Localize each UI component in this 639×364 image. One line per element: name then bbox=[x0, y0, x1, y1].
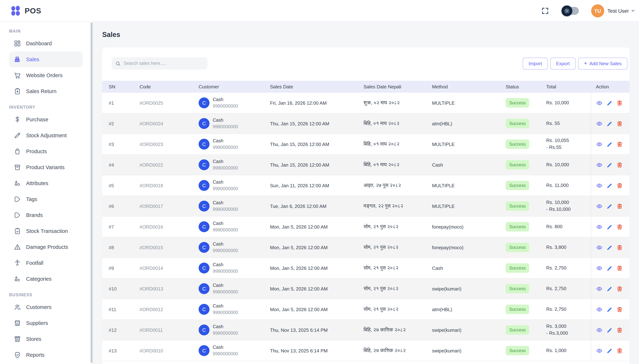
delete-button[interactable] bbox=[616, 244, 623, 250]
view-button[interactable] bbox=[596, 244, 602, 250]
view-button[interactable] bbox=[596, 306, 602, 312]
sidebar-item-reports[interactable]: Reports bbox=[0, 347, 93, 363]
cell-sn: #8 bbox=[102, 245, 134, 250]
table-row: #11#ORD0012CCash9990000000Mon, Jan 5, 20… bbox=[102, 299, 629, 320]
person-icon bbox=[14, 259, 21, 266]
sidebar-item-tags[interactable]: Tags bbox=[0, 191, 93, 207]
view-button[interactable] bbox=[596, 224, 602, 230]
customer-avatar: C bbox=[199, 118, 210, 129]
edit-button[interactable] bbox=[606, 306, 612, 312]
chevron-down-icon[interactable] bbox=[631, 8, 635, 13]
sidebar-item-label: Suppliers bbox=[26, 320, 48, 326]
sidebar-item-sales-return[interactable]: Sales Return bbox=[0, 83, 93, 99]
cell-code: #ORD0010 bbox=[134, 348, 196, 353]
cell-sales-date-nepali: बिहि, ०१ माघ २०८२ bbox=[362, 120, 429, 126]
theme-toggle[interactable] bbox=[563, 7, 579, 15]
user-name[interactable]: Test User bbox=[607, 8, 629, 14]
cell-sn: #7 bbox=[102, 224, 134, 230]
delete-button[interactable] bbox=[616, 327, 623, 333]
delete-button[interactable] bbox=[616, 100, 623, 106]
sidebar-item-stock-adjustment[interactable]: Stock Adjustment bbox=[0, 128, 93, 144]
cell-method: MULTIPLE bbox=[429, 100, 504, 106]
cell-sales-date: Mon, Jan 5, 2026 12:00 AM bbox=[268, 306, 362, 312]
table-row: #1#ORD0025CCash9990000000Fri, Jan 16, 20… bbox=[102, 93, 629, 113]
import-button[interactable]: Import bbox=[523, 58, 548, 69]
edit-button[interactable] bbox=[606, 286, 612, 292]
sidebar-item-product-variants[interactable]: Product Variants bbox=[0, 159, 93, 175]
sidebar-item-footfall[interactable]: Footfall bbox=[0, 255, 93, 271]
delete-button[interactable] bbox=[616, 306, 623, 312]
fullscreen-icon[interactable] bbox=[541, 7, 549, 15]
delete-button[interactable] bbox=[616, 286, 623, 292]
cell-sales-date: Thu, Jan 15, 2026 12:00 AM bbox=[268, 162, 362, 168]
cell-total: Rs. 2,750 bbox=[544, 285, 591, 292]
edit-button[interactable] bbox=[606, 100, 612, 106]
sidebar-item-website-orders[interactable]: Website Orders bbox=[0, 67, 93, 83]
view-button[interactable] bbox=[596, 162, 602, 168]
brand[interactable]: POS bbox=[0, 5, 41, 16]
view-button[interactable] bbox=[596, 286, 602, 292]
view-button[interactable] bbox=[596, 327, 602, 333]
edit-button[interactable] bbox=[606, 120, 612, 126]
view-button[interactable] bbox=[596, 348, 602, 354]
view-button[interactable] bbox=[596, 265, 602, 271]
total-line: Rs. 2,750 bbox=[546, 264, 591, 272]
cell-status: Success bbox=[504, 181, 544, 190]
delete-button[interactable] bbox=[616, 265, 623, 271]
cell-status: Success bbox=[504, 346, 544, 355]
avatar[interactable]: TU bbox=[591, 4, 604, 17]
delete-button[interactable] bbox=[616, 203, 623, 209]
edit-button[interactable] bbox=[606, 182, 612, 188]
edit-button[interactable] bbox=[606, 224, 612, 230]
search-icon bbox=[115, 61, 121, 66]
view-button[interactable] bbox=[596, 182, 602, 188]
sidebar-item-stores[interactable]: Stores bbox=[0, 331, 93, 347]
cash-register-icon bbox=[14, 56, 21, 63]
edit-button[interactable] bbox=[606, 203, 612, 209]
sidebar-item-categories[interactable]: Categories bbox=[0, 271, 93, 287]
sidebar-item-dashboard[interactable]: Dashboard bbox=[0, 36, 93, 52]
cell-action bbox=[591, 93, 629, 113]
clipboard-check-icon bbox=[14, 228, 21, 235]
cell-sales-date-nepali: शुक्र, ०२ माघ २०८२ bbox=[362, 100, 429, 106]
view-button[interactable] bbox=[596, 120, 602, 126]
edit-button[interactable] bbox=[606, 141, 612, 147]
search-input[interactable] bbox=[124, 61, 204, 66]
view-button[interactable] bbox=[596, 100, 602, 106]
sidebar-item-stock-transaction[interactable]: Stock Transaction bbox=[0, 223, 93, 239]
sidebar-item-purchase[interactable]: Purchase bbox=[0, 112, 93, 128]
cell-code: #ORD0015 bbox=[134, 245, 196, 250]
cell-method: fonepay(moco) bbox=[429, 245, 504, 250]
delete-button[interactable] bbox=[616, 182, 623, 188]
plus-icon: + bbox=[584, 60, 587, 66]
sidebar-scrollbar[interactable] bbox=[91, 22, 93, 363]
sidebar-item-products[interactable]: Products bbox=[0, 144, 93, 159]
delete-button[interactable] bbox=[616, 162, 623, 168]
view-button[interactable] bbox=[596, 203, 602, 209]
view-button[interactable] bbox=[596, 141, 602, 147]
edit-button[interactable] bbox=[606, 162, 612, 168]
sidebar-item-attributes[interactable]: Attributes bbox=[0, 175, 93, 191]
edit-button[interactable] bbox=[606, 327, 612, 333]
edit-button[interactable] bbox=[606, 348, 612, 354]
export-button[interactable]: Export bbox=[550, 58, 575, 69]
delete-button[interactable] bbox=[616, 224, 623, 230]
sidebar-item-damage-products[interactable]: Damage Products bbox=[0, 239, 93, 255]
cell-total: Rs. 10,055- Rs.55 bbox=[544, 137, 591, 151]
cell-sales-date-nepali: सोम, २१ पुस २०८२ bbox=[362, 306, 429, 312]
cell-customer: CCash9990000000 bbox=[196, 158, 268, 172]
delete-button[interactable] bbox=[616, 141, 623, 147]
delete-button[interactable] bbox=[616, 120, 623, 126]
cell-customer: CCash9990000000 bbox=[196, 344, 268, 357]
sidebar-item-brands[interactable]: Brands bbox=[0, 207, 93, 223]
sidebar-item-suppliers[interactable]: Suppliers bbox=[0, 315, 93, 331]
add-new-sales-button[interactable]: +Add New Sales bbox=[578, 58, 627, 69]
sidebar-item-sales[interactable]: Sales bbox=[9, 52, 83, 67]
delete-button[interactable] bbox=[616, 348, 623, 354]
sidebar-item-customers[interactable]: Customers bbox=[0, 299, 93, 315]
cell-status: Success bbox=[504, 140, 544, 149]
edit-button[interactable] bbox=[606, 244, 612, 250]
edit-button[interactable] bbox=[606, 265, 612, 271]
cell-sn: #4 bbox=[102, 162, 134, 168]
cell-sales-date-nepali: सोम, २१ पुस २०८२ bbox=[362, 244, 429, 250]
